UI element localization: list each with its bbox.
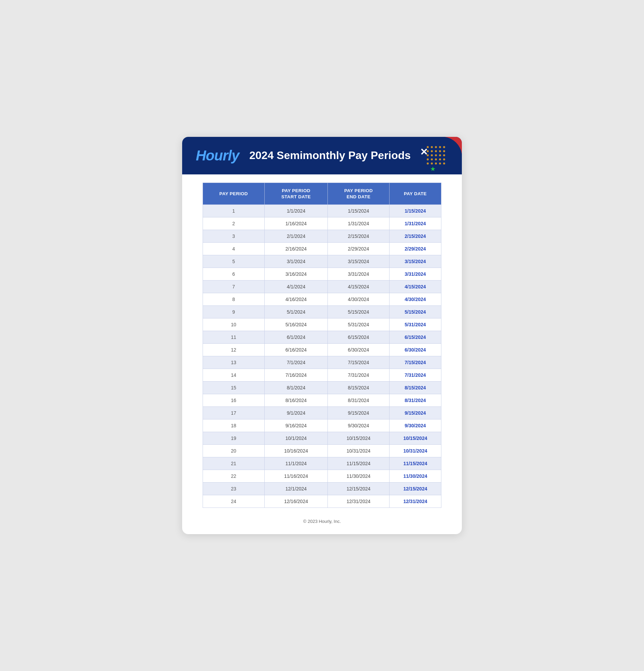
cell-period: 12 [203,344,265,356]
table-row: 168/16/20248/31/20248/31/2024 [203,394,441,407]
cell-end-date: 2/15/2024 [328,230,389,243]
col-end-date: PAY PERIODEND DATE [328,182,389,204]
cell-start-date: 3/16/2024 [265,268,327,280]
cell-start-date: 12/1/2024 [265,483,327,495]
cell-pay-date: 8/31/2024 [389,394,441,407]
table-row: 11/1/20241/15/20241/15/2024 [203,205,441,217]
cell-end-date: 3/31/2024 [328,268,389,280]
svg-point-21 [431,163,433,165]
cell-period: 22 [203,470,265,483]
table-row: 105/16/20245/31/20245/31/2024 [203,318,441,331]
table-row: 95/1/20245/15/20245/15/2024 [203,306,441,318]
cell-pay-date: 10/15/2024 [389,432,441,445]
cell-period: 16 [203,394,265,407]
cell-pay-date: 1/31/2024 [389,217,441,230]
table-row: 158/1/20248/15/20248/15/2024 [203,382,441,394]
table-row: 2111/1/202411/15/202411/15/2024 [203,457,441,470]
cell-end-date: 10/31/2024 [328,445,389,457]
cell-period: 6 [203,268,265,280]
svg-text:★: ★ [430,166,436,172]
table-row: 53/1/20243/15/20243/15/2024 [203,255,441,268]
table-row: 1910/1/202410/15/202410/15/2024 [203,432,441,445]
table-row: 32/1/20242/15/20242/15/2024 [203,230,441,243]
cell-period: 18 [203,419,265,432]
table-row: 63/16/20243/31/20243/31/2024 [203,268,441,280]
cell-end-date: 9/15/2024 [328,407,389,419]
cell-period: 15 [203,382,265,394]
cell-pay-date: 3/15/2024 [389,255,441,268]
cell-end-date: 8/15/2024 [328,382,389,394]
table-row: 42/16/20242/29/20242/29/2024 [203,243,441,255]
cell-start-date: 11/1/2024 [265,457,327,470]
table-row: 21/16/20241/31/20241/31/2024 [203,217,441,230]
table-row: 2211/16/202411/30/202411/30/2024 [203,470,441,483]
cell-pay-date: 9/30/2024 [389,419,441,432]
cell-start-date: 2/16/2024 [265,243,327,255]
cell-period: 14 [203,369,265,382]
table-row: 2312/1/202412/15/202412/15/2024 [203,483,441,495]
cell-pay-date: 1/15/2024 [389,205,441,217]
table-row: 84/16/20244/30/20244/30/2024 [203,293,441,306]
cell-period: 24 [203,495,265,508]
cell-period: 9 [203,306,265,318]
cell-end-date: 4/30/2024 [328,293,389,306]
cell-end-date: 12/15/2024 [328,483,389,495]
cell-start-date: 9/1/2024 [265,407,327,419]
cell-period: 1 [203,205,265,217]
cell-start-date: 1/1/2024 [265,205,327,217]
cell-pay-date: 2/15/2024 [389,230,441,243]
col-start-date: PAY PERIODSTART DATE [265,182,327,204]
close-icon[interactable]: ✕ [420,147,428,158]
cell-end-date: 1/31/2024 [328,217,389,230]
cell-pay-date: 3/31/2024 [389,268,441,280]
cell-start-date: 4/1/2024 [265,280,327,293]
cell-pay-date: 2/29/2024 [389,243,441,255]
cell-start-date: 2/1/2024 [265,230,327,243]
cell-start-date: 3/1/2024 [265,255,327,268]
cell-period: 20 [203,445,265,457]
cell-end-date: 12/31/2024 [328,495,389,508]
cell-pay-date: 9/15/2024 [389,407,441,419]
cell-end-date: 10/15/2024 [328,432,389,445]
cell-pay-date: 10/31/2024 [389,445,441,457]
table-row: 137/1/20247/15/20247/15/2024 [203,356,441,369]
cell-period: 5 [203,255,265,268]
cell-period: 3 [203,230,265,243]
cell-pay-date: 11/15/2024 [389,457,441,470]
cell-start-date: 10/16/2024 [265,445,327,457]
cell-end-date: 7/31/2024 [328,369,389,382]
cell-pay-date: 7/31/2024 [389,369,441,382]
cell-end-date: 11/15/2024 [328,457,389,470]
header: Hourly 2024 Semimonthly Pay Periods ✕ [182,137,462,174]
page-title: 2024 Semimonthly Pay Periods [249,149,448,162]
cell-end-date: 5/31/2024 [328,318,389,331]
cell-period: 17 [203,407,265,419]
pay-periods-table: PAY PERIOD PAY PERIODSTART DATE PAY PERI… [203,182,441,508]
cell-end-date: 2/29/2024 [328,243,389,255]
cell-start-date: 4/16/2024 [265,293,327,306]
cell-end-date: 6/15/2024 [328,331,389,344]
cell-start-date: 5/1/2024 [265,306,327,318]
cell-period: 19 [203,432,265,445]
cell-period: 23 [203,483,265,495]
cell-end-date: 3/15/2024 [328,255,389,268]
footer: © 2023 Hourly, Inc. [182,519,462,524]
svg-point-23 [439,163,441,165]
cell-start-date: 10/1/2024 [265,432,327,445]
cell-start-date: 8/1/2024 [265,382,327,394]
table-row: 116/1/20246/15/20246/15/2024 [203,331,441,344]
cell-period: 4 [203,243,265,255]
logo: Hourly [196,148,239,164]
cell-end-date: 1/15/2024 [328,205,389,217]
svg-point-24 [443,163,445,165]
cell-start-date: 7/16/2024 [265,369,327,382]
cell-period: 8 [203,293,265,306]
cell-end-date: 7/15/2024 [328,356,389,369]
cell-pay-date: 4/30/2024 [389,293,441,306]
cell-period: 11 [203,331,265,344]
cell-pay-date: 7/15/2024 [389,356,441,369]
cell-start-date: 5/16/2024 [265,318,327,331]
cell-pay-date: 12/31/2024 [389,495,441,508]
cell-pay-date: 12/15/2024 [389,483,441,495]
table-row: 179/1/20249/15/20249/15/2024 [203,407,441,419]
